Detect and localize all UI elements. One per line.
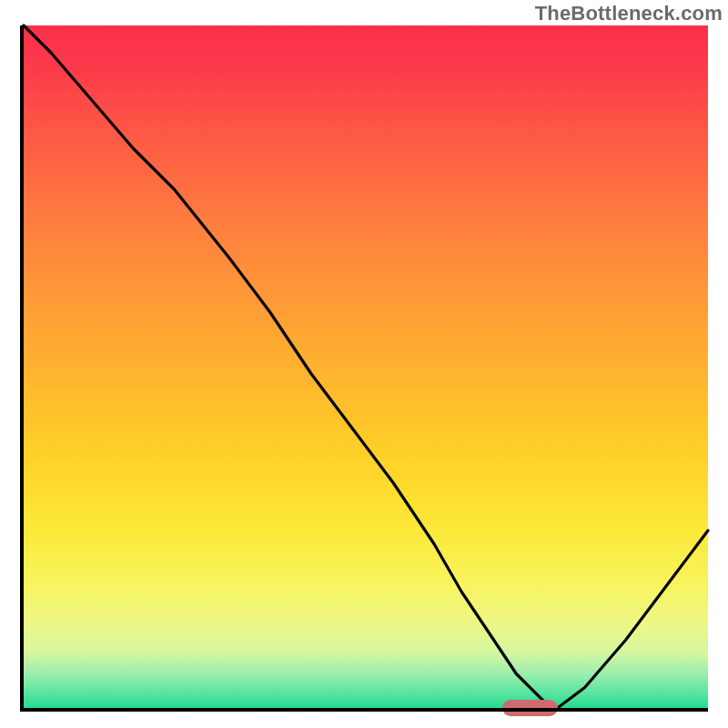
y-axis <box>20 25 24 708</box>
chart-stage: TheBottleneck.com <box>0 0 728 728</box>
watermark-label: TheBottleneck.com <box>535 2 723 25</box>
x-axis <box>20 708 708 712</box>
bottleneck-curve <box>24 25 708 708</box>
curve-path <box>24 25 708 708</box>
